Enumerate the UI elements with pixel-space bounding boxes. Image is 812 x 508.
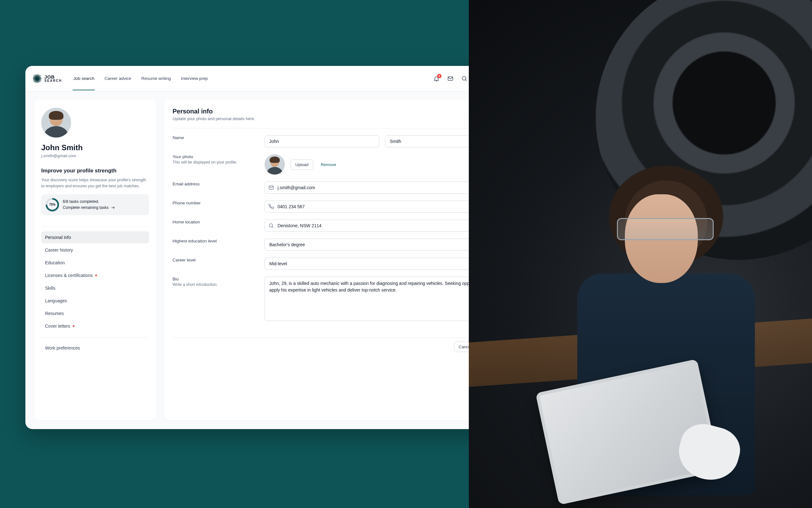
label-phone: Phone number xyxy=(172,201,255,205)
sidebar-item-education[interactable]: Education xyxy=(41,257,149,269)
hero-photo xyxy=(469,0,812,508)
sidebar-item-label: Work preferences xyxy=(45,345,80,350)
brand-name: JOBSEARCH xyxy=(44,75,62,82)
tasks-completed-text: 6/8 tasks completed. xyxy=(63,199,115,204)
required-dot-icon xyxy=(73,325,75,327)
hint-photo: This will be displayed on your profile. xyxy=(172,160,255,165)
messages-button[interactable] xyxy=(447,75,454,82)
tab-job-search[interactable]: Job search xyxy=(73,67,95,90)
label-email: Email address xyxy=(172,181,255,186)
svg-line-14 xyxy=(272,226,273,228)
strength-heading: Improve your profile strength xyxy=(41,168,149,174)
mail-icon xyxy=(447,75,454,82)
search-icon xyxy=(461,75,468,82)
education-select[interactable] xyxy=(265,239,500,251)
sidebar-item-label: Licenses & certifications xyxy=(45,273,92,278)
characters-left: 34 characters left xyxy=(265,329,500,333)
career-select[interactable] xyxy=(265,258,500,270)
personal-info-panel: Personal info Update your photo and pers… xyxy=(164,99,508,420)
tab-resume-writing[interactable]: Resume writing xyxy=(141,67,171,90)
nav-tabs: Job search Career advice Resume writing … xyxy=(73,67,208,90)
label-bio: Bio xyxy=(172,277,255,282)
tab-career-advice[interactable]: Career advice xyxy=(104,67,131,90)
hint-bio: Write a short introduction. xyxy=(172,282,255,288)
sidebar-item-label: Career history xyxy=(45,248,73,253)
svg-point-13 xyxy=(269,224,273,227)
label-name: Name xyxy=(172,135,255,140)
profile-sidebar: John Smith j.smith@gmail.com Improve you… xyxy=(34,99,156,420)
svg-line-10 xyxy=(466,80,467,81)
remove-photo-button[interactable]: Remove xyxy=(319,160,338,170)
user-email: j.smith@gmail.com xyxy=(41,154,149,158)
notification-badge: 2 xyxy=(437,74,441,78)
mail-icon xyxy=(268,185,274,190)
sidebar-item-career-history[interactable]: Career history xyxy=(41,244,149,256)
bio-textarea[interactable] xyxy=(265,277,500,321)
svg-point-9 xyxy=(462,76,466,80)
profile-section-nav: Personal info Career history Education L… xyxy=(41,231,149,332)
sidebar-item-cover-letters[interactable]: Cover letters xyxy=(41,320,149,332)
sidebar-item-label: Languages xyxy=(45,298,67,303)
complete-tasks-link: Complete remaining tasks xyxy=(63,205,109,210)
email-input[interactable] xyxy=(265,181,500,194)
section-subtitle: Update your photo and personal details h… xyxy=(172,116,500,121)
phone-icon xyxy=(268,204,274,209)
label-location: Home location xyxy=(172,220,255,224)
label-career: Career level xyxy=(172,258,255,262)
sidebar-item-work-preferences[interactable]: Work preferences xyxy=(41,342,149,354)
sidebar-item-skills[interactable]: Skills xyxy=(41,282,149,294)
sidebar-item-label: Resumes xyxy=(45,311,64,316)
user-name: John Smith xyxy=(41,143,149,152)
label-photo: Your photo xyxy=(172,154,255,159)
sidebar-item-label: Cover letters xyxy=(45,324,70,329)
notifications-button[interactable]: 2 xyxy=(433,75,440,82)
tasks-callout[interactable]: 75% 6/8 tasks completed. Complete remain… xyxy=(41,194,149,215)
progress-ring-icon: 75% xyxy=(46,198,59,211)
location-input[interactable] xyxy=(265,220,500,232)
first-name-input[interactable] xyxy=(265,135,379,147)
avatar xyxy=(41,108,71,137)
search-icon xyxy=(268,223,274,228)
label-education: Highest education level xyxy=(172,239,255,243)
arrow-right-icon xyxy=(111,205,115,210)
sidebar-item-label: Personal info xyxy=(45,235,71,240)
search-button[interactable] xyxy=(461,75,468,82)
sidebar-item-resumes[interactable]: Resumes xyxy=(41,307,149,320)
topbar: JOBSEARCH Job search Career advice Resum… xyxy=(25,66,517,91)
tab-interview-prep[interactable]: Interview prep xyxy=(181,67,209,90)
required-dot-icon xyxy=(95,274,97,276)
sidebar-item-licenses[interactable]: Licenses & certifications xyxy=(41,269,149,282)
upload-button[interactable]: Upload xyxy=(291,159,313,170)
burst-icon xyxy=(32,74,42,83)
strength-description: Your discovery score helps showcase your… xyxy=(41,177,149,189)
section-title: Personal info xyxy=(172,108,500,115)
sidebar-item-label: Education xyxy=(45,260,65,265)
app-window: JOBSEARCH Job search Career advice Resum… xyxy=(25,66,517,429)
brand-logo[interactable]: JOBSEARCH xyxy=(32,74,62,83)
avatar xyxy=(265,154,285,175)
sidebar-item-label: Skills xyxy=(45,286,55,291)
sidebar-item-languages[interactable]: Languages xyxy=(41,295,149,307)
sidebar-item-personal-info[interactable]: Personal info xyxy=(41,231,149,243)
phone-input[interactable] xyxy=(265,201,500,213)
